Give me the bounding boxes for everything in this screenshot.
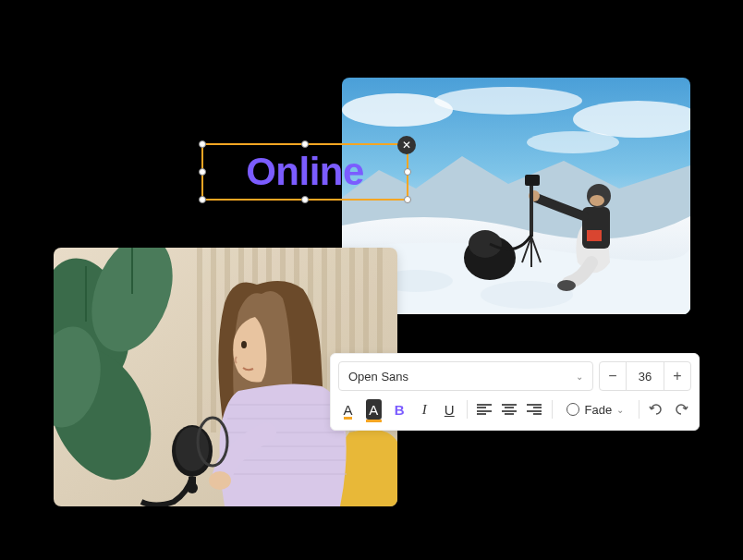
font-size-decrease-button[interactable]: − (600, 362, 626, 390)
italic-button[interactable]: I (415, 396, 434, 422)
fade-icon (566, 403, 579, 416)
align-left-icon (477, 404, 492, 415)
svg-point-36 (241, 341, 247, 348)
text-format-toolbar: Open Sans ⌄ − 36 + A A B I U (330, 353, 700, 431)
undo-icon (649, 402, 664, 417)
svg-rect-15 (530, 186, 533, 237)
align-right-icon (527, 404, 542, 415)
font-size-increase-button[interactable]: + (664, 362, 690, 390)
fade-label: Fade (584, 403, 612, 417)
toolbar-divider (467, 400, 468, 419)
resize-handle-mr[interactable] (404, 168, 411, 176)
svg-point-11 (590, 195, 604, 206)
resize-handle-tm[interactable] (301, 140, 309, 148)
align-left-button[interactable] (475, 396, 494, 422)
toolbar-divider (639, 400, 639, 419)
text-color-button[interactable]: A (338, 396, 358, 422)
svg-point-40 (187, 482, 198, 493)
toolbar-divider (552, 400, 553, 419)
font-family-select[interactable]: Open Sans ⌄ (338, 361, 593, 391)
text-highlight-button[interactable]: A (366, 399, 382, 420)
chevron-down-icon: ⌄ (616, 405, 624, 415)
underline-button[interactable]: U (440, 396, 459, 422)
resize-handle-ml[interactable] (199, 168, 206, 176)
align-right-button[interactable] (525, 396, 544, 422)
close-icon: ✕ (402, 139, 411, 152)
resize-handle-bl[interactable] (199, 196, 206, 203)
svg-point-8 (469, 230, 502, 258)
svg-point-37 (209, 471, 231, 490)
svg-rect-18 (197, 248, 202, 432)
resize-handle-bm[interactable] (301, 196, 309, 203)
svg-rect-12 (587, 230, 602, 241)
svg-point-39 (176, 427, 209, 471)
plus-icon: + (673, 368, 681, 384)
svg-rect-19 (211, 248, 216, 432)
font-size-stepper: − 36 + (599, 361, 691, 391)
chevron-down-icon: ⌄ (576, 371, 583, 382)
text-selection-box[interactable]: Online ✕ (201, 143, 408, 201)
resize-handle-tl[interactable] (199, 140, 206, 148)
undo-button[interactable] (647, 396, 666, 422)
resize-handle-br[interactable] (404, 196, 411, 203)
redo-button[interactable] (672, 396, 691, 422)
minus-icon: − (608, 368, 616, 384)
redo-icon (674, 402, 688, 417)
align-center-icon (502, 404, 517, 415)
svg-point-2 (434, 87, 582, 115)
align-center-button[interactable] (500, 396, 519, 422)
selected-text: Online (246, 150, 364, 194)
font-size-value[interactable]: 36 (626, 362, 664, 390)
fade-effect-button[interactable]: Fade ⌄ (559, 396, 631, 422)
svg-rect-14 (525, 175, 540, 186)
close-selection-button[interactable]: ✕ (397, 136, 416, 154)
bold-button[interactable]: B (390, 396, 409, 422)
svg-point-4 (527, 131, 619, 153)
font-family-value: Open Sans (348, 370, 408, 383)
svg-point-16 (557, 280, 576, 291)
